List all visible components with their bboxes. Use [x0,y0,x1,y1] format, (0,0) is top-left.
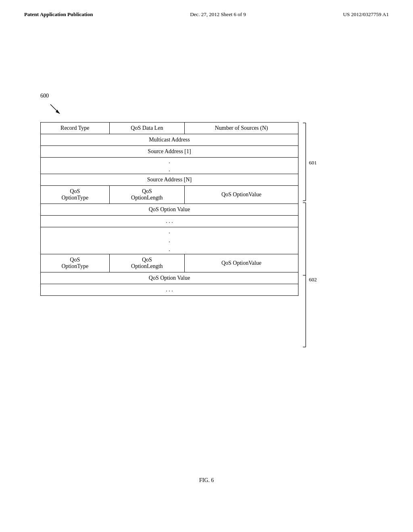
main-table: Record Type QoS Data Len Number of Sourc… [40,122,298,296]
cell-qos-data-len: QoS Data Len [109,123,185,134]
table-row: . . . [41,284,298,296]
cell-qos-type-2: QoSOptionType [41,254,110,272]
table-row: QoS Option Value [41,272,298,284]
figure-caption: FIG. 6 [0,477,413,484]
diagram-area: 600 Record Type QoS Data Len Number of S… [40,93,363,366]
cell-source-address-1: Source Address [1] [41,146,298,158]
cell-ellipsis-2: . . . [41,284,298,296]
bracket-svg: 601 602 [302,122,326,364]
table-row: . [41,245,298,254]
svg-text:601: 601 [309,160,317,166]
cell-qos-type-1: QoSOptionType [41,186,110,204]
cell-qos-val-2: QoS OptionValue [185,254,298,272]
cell-mid-dot2: . [41,236,298,245]
table-row: . [41,166,298,174]
arrow-container [44,102,363,118]
cell-source-address-n: Source Address [N] [41,174,298,186]
table-row: Multicast Address [41,134,298,146]
cell-multicast-address: Multicast Address [41,134,298,146]
table-row: . [41,158,298,166]
table-wrapper: Record Type QoS Data Len Number of Sourc… [40,122,363,366]
table-row: . . . [41,216,298,227]
table-row: Source Address [N] [41,174,298,186]
table-row: QoSOptionType QoSOptionLength QoS Option… [41,254,298,272]
arrow-icon [44,102,65,116]
table-row: Source Address [1] [41,146,298,158]
side-brackets: 601 602 [302,122,326,366]
cell-number-sources: Number of Sources (N) [185,123,298,134]
header-center: Dec. 27, 2012 Sheet 6 of 9 [190,11,246,18]
cell-record-type: Record Type [41,123,110,134]
table-row: Record Type QoS Data Len Number of Sourc… [41,123,298,134]
cell-ellipsis-1: . . . [41,216,298,227]
cell-dot2: . [41,166,298,174]
cell-qos-len-2: QoSOptionLength [109,254,185,272]
page-header: Patent Application Publication Dec. 27, … [0,0,413,18]
header-left: Patent Application Publication [24,11,93,18]
diagram-label: 600 [40,93,363,99]
cell-dot1: . [41,158,298,166]
table-row: QoS Option Value [41,204,298,216]
table-row: . [41,227,298,237]
cell-qos-option-value-1: QoS Option Value [41,204,298,216]
svg-text:602: 602 [309,276,317,283]
header-right: US 2012/0327759 A1 [343,11,389,18]
table-row: QoSOptionType QoSOptionLength QoS Option… [41,186,298,204]
table-row: . [41,236,298,245]
cell-qos-val-1: QoS OptionValue [185,186,298,204]
cell-mid-dot1: . [41,227,298,237]
cell-mid-dot3: . [41,245,298,254]
cell-qos-len-1: QoSOptionLength [109,186,185,204]
cell-qos-option-value-2: QoS Option Value [41,272,298,284]
